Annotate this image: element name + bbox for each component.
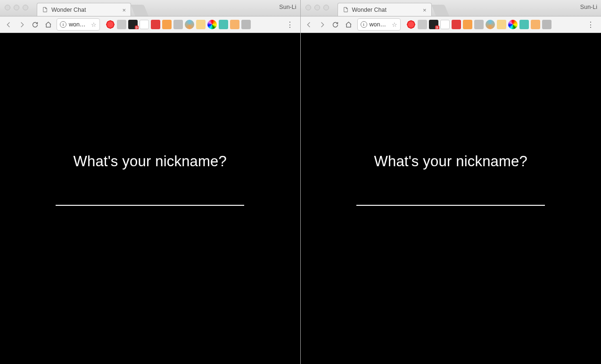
skype-icon[interactable] — [474, 20, 484, 29]
site-info-icon[interactable]: i — [361, 21, 367, 28]
nickname-prompt: What's your nickname? — [74, 153, 227, 170]
home-button[interactable] — [343, 19, 354, 30]
forward-button[interactable] — [317, 19, 328, 30]
extension-icon[interactable] — [440, 20, 450, 29]
address-bar[interactable]: i won… ☆ — [357, 18, 401, 31]
colorpicker-icon[interactable] — [207, 20, 217, 29]
extension-icon[interactable] — [162, 20, 172, 29]
globe-icon[interactable] — [486, 20, 495, 29]
flag-icon[interactable] — [196, 20, 206, 29]
lastpass-icon[interactable] — [452, 20, 461, 29]
extension-icon[interactable] — [463, 20, 472, 29]
extensions-strip — [106, 20, 251, 29]
extension-icon[interactable] — [531, 20, 540, 29]
browser-tab[interactable]: Wonder Chat × — [338, 3, 432, 16]
skype-icon[interactable] — [173, 20, 183, 29]
bookmark-star-icon[interactable]: ☆ — [91, 21, 97, 28]
minimize-window-button[interactable] — [14, 5, 19, 10]
browser-window: Wonder Chat × Sun-Li i won… ☆ ⋮ What's y… — [301, 0, 601, 364]
extension-icon[interactable] — [230, 20, 239, 29]
extension-icon[interactable] — [519, 20, 529, 29]
back-button[interactable] — [304, 19, 315, 30]
profile-label[interactable]: Sun-Li — [279, 4, 296, 10]
file-icon — [42, 7, 48, 13]
opera-icon[interactable] — [406, 20, 416, 29]
zoom-window-button[interactable] — [23, 5, 28, 10]
forward-button[interactable] — [16, 19, 27, 30]
extension-icon[interactable] — [542, 20, 552, 29]
flag-icon[interactable] — [497, 20, 506, 29]
browser-menu-button[interactable]: ⋮ — [282, 20, 297, 29]
colorpicker-icon[interactable] — [508, 20, 518, 29]
browser-window: Wonder Chat × Sun-Li i won… ☆ ⋮ What's y… — [0, 0, 301, 364]
extension-icon[interactable] — [140, 20, 149, 29]
reload-button[interactable] — [330, 19, 341, 30]
site-info-icon[interactable]: i — [60, 21, 66, 28]
close-window-button[interactable] — [305, 5, 311, 10]
home-button[interactable] — [42, 19, 54, 30]
new-tab-button[interactable] — [131, 5, 148, 16]
url-text: won… — [370, 21, 386, 28]
window-controls — [305, 5, 329, 10]
back-button[interactable] — [3, 19, 14, 30]
page-viewport: What's your nickname? — [0, 33, 300, 364]
browser-tab[interactable]: Wonder Chat × — [37, 3, 131, 16]
opera-icon[interactable] — [106, 20, 115, 29]
browser-toolbar: i won… ☆ ⋮ — [301, 16, 601, 33]
file-icon — [343, 7, 349, 13]
nickname-prompt: What's your nickname? — [374, 153, 527, 170]
minimize-window-button[interactable] — [314, 5, 320, 10]
nickname-input[interactable] — [356, 184, 545, 206]
lastpass-icon[interactable] — [151, 20, 160, 29]
globe-icon[interactable] — [185, 20, 194, 29]
reload-button[interactable] — [29, 19, 41, 30]
extension-icon[interactable] — [117, 20, 126, 29]
extension-icon[interactable] — [241, 20, 251, 29]
extension-icon[interactable] — [219, 20, 228, 29]
window-titlebar: Wonder Chat × Sun-Li — [301, 0, 601, 16]
tab-title: Wonder Chat — [51, 7, 86, 13]
page-viewport: What's your nickname? — [301, 33, 601, 364]
new-tab-button[interactable] — [431, 5, 449, 16]
nickname-input[interactable] — [56, 184, 244, 206]
close-tab-button[interactable]: × — [122, 6, 126, 13]
extension-icon[interactable] — [418, 20, 427, 29]
close-window-button[interactable] — [5, 5, 10, 10]
zoom-window-button[interactable] — [323, 5, 329, 10]
amazon-icon[interactable] — [429, 20, 438, 29]
address-bar[interactable]: i won… ☆ — [57, 18, 100, 31]
browser-menu-button[interactable]: ⋮ — [583, 20, 598, 29]
bookmark-star-icon[interactable]: ☆ — [392, 21, 397, 28]
window-titlebar: Wonder Chat × Sun-Li — [0, 0, 300, 16]
amazon-icon[interactable] — [128, 20, 138, 29]
browser-toolbar: i won… ☆ ⋮ — [0, 16, 300, 33]
tab-title: Wonder Chat — [352, 7, 387, 13]
url-text: won… — [69, 21, 85, 28]
window-controls — [5, 5, 28, 10]
extensions-strip — [406, 20, 552, 29]
profile-label[interactable]: Sun-Li — [580, 4, 597, 10]
close-tab-button[interactable]: × — [423, 6, 427, 13]
